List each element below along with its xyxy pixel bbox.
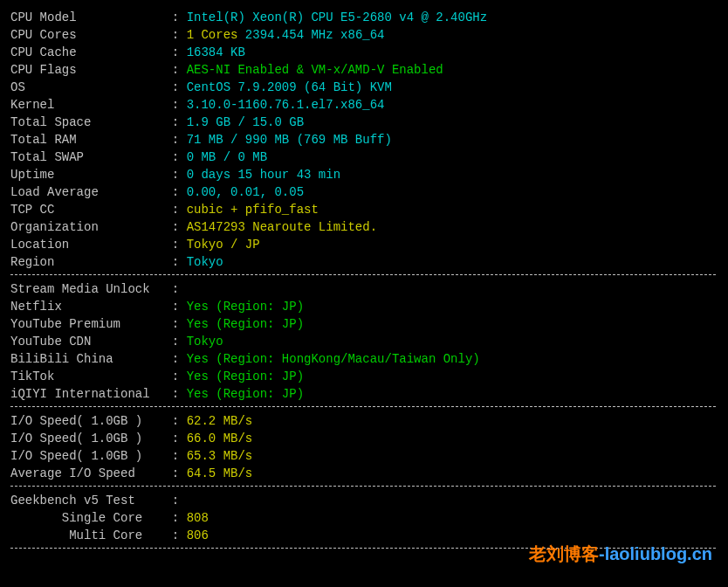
value: Tokyo / JP [187,238,260,252]
colon: : [157,414,187,428]
colon: : [157,80,187,94]
label: iQIYI International [10,387,157,401]
label: Multi Core [10,528,157,542]
label: CPU Flags [10,63,157,77]
watermark-zh: 老刘博客 [529,544,599,563]
row-io-3: I/O Speed( 1.0GB ) : 65.3 MB/s [10,447,718,465]
value: Yes (Region: JP) [187,300,304,314]
colon: : [157,466,187,480]
row-bilibili: BiliBili China : Yes (Region: HongKong/M… [10,350,718,368]
colon: : [157,115,187,129]
colon: : [157,10,187,24]
row-cpu-cache: CPU Cache : 16384 KB [10,44,718,61]
label: Organization [10,220,157,234]
label: CPU Cache [10,45,157,59]
label: TikTok [10,369,157,383]
row-iqiyi: iQIYI International : Yes (Region: JP) [10,385,718,403]
label: Geekbench v5 Test [10,494,157,508]
colon: : [157,150,187,164]
label: Single Core [10,511,157,525]
label: Location [10,238,157,252]
label: Stream Media Unlock [10,282,157,296]
value: Yes (Region: JP) [187,387,304,401]
value: Intel(R) Xeon(R) CPU E5-2680 v4 @ 2.40GH… [187,10,487,24]
label: I/O Speed( 1.0GB ) [10,414,157,428]
colon: : [157,300,187,314]
row-os: OS : CentOS 7.9.2009 (64 Bit) KVM [10,79,718,96]
value: 62.2 MB/s [187,414,253,428]
row-youtube-premium: YouTube Premium : Yes (Region: JP) [10,315,718,333]
value: AES-NI Enabled & VM-x/AMD-V Enabled [187,63,443,77]
row-netflix: Netflix : Yes (Region: JP) [10,298,718,315]
label: CPU Model [10,10,157,24]
colon: : [157,220,187,234]
row-geekbench-multi: Multi Core : 806 [10,527,718,544]
label: Total RAM [10,133,157,147]
value: CentOS 7.9.2009 (64 Bit) KVM [187,80,392,94]
row-cpu-flags: CPU Flags : AES-NI Enabled & VM-x/AMD-V … [10,61,718,79]
label: Average I/O Speed [10,466,157,480]
colon: : [157,185,187,199]
colon: : [157,45,187,59]
value: Yes (Region: JP) [187,369,304,383]
colon: : [157,98,187,112]
value: 16384 KB [187,45,245,59]
label: OS [10,80,157,94]
row-total-swap: Total SWAP : 0 MB / 0 MB [10,148,718,166]
value: 3.10.0-1160.76.1.el7.x86_64 [187,98,385,112]
colon: : [157,317,187,331]
label: Total Space [10,115,157,129]
row-organization: Organization : AS147293 Nearoute Limited… [10,218,718,236]
colon: : [157,494,187,508]
row-io-avg: Average I/O Speed : 64.5 MB/s [10,465,718,482]
label: YouTube CDN [10,335,157,349]
colon: : [157,203,187,217]
watermark-en: -laoliublog.cn [599,544,712,563]
colon: : [157,335,187,349]
row-kernel: Kernel : 3.10.0-1160.76.1.el7.x86_64 [10,96,718,114]
value: 1.9 GB / 15.0 GB [187,115,304,129]
row-region: Region : Tokyo [10,253,718,271]
label: Netflix [10,300,157,314]
colon: : [157,63,187,77]
row-geekbench-header: Geekbench v5 Test : [10,492,718,509]
colon: : [157,432,187,445]
row-youtube-cdn: YouTube CDN : Tokyo [10,333,718,350]
value: Tokyo [187,335,223,349]
value: 71 MB / 990 MB (769 MB Buff) [187,133,392,147]
value: Tokyo [187,255,223,269]
colon: : [157,238,187,252]
label: I/O Speed( 1.0GB ) [10,432,157,445]
colon: : [157,255,187,269]
value: 0 MB / 0 MB [187,150,267,164]
label: Uptime [10,168,157,182]
label: I/O Speed( 1.0GB ) [10,449,157,463]
label: YouTube Premium [10,317,157,331]
colon: : [157,28,187,42]
value: 0.00, 0.01, 0.05 [187,185,304,199]
label: BiliBili China [10,352,157,366]
colon: : [157,282,187,296]
value: Yes (Region: JP) [187,317,304,331]
value: AS147293 Nearoute Limited. [187,220,377,234]
label: CPU Cores [10,28,157,42]
label: Region [10,255,157,269]
row-geekbench-single: Single Core : 808 [10,509,718,527]
row-location: Location : Tokyo / JP [10,236,718,253]
row-tiktok: TikTok : Yes (Region: JP) [10,368,718,385]
row-stream-header: Stream Media Unlock : [10,280,718,298]
colon: : [157,387,187,401]
value: 65.3 MB/s [187,449,253,463]
colon: : [157,449,187,463]
value: 66.0 MB/s [187,432,253,445]
colon: : [157,168,187,182]
value: 0 days 15 hour 43 min [187,168,340,182]
divider [10,274,716,275]
row-total-ram: Total RAM : 71 MB / 990 MB (769 MB Buff) [10,131,718,148]
divider [10,486,716,487]
value: 808 [187,511,209,525]
row-io-1: I/O Speed( 1.0GB ) : 62.2 MB/s [10,412,718,430]
watermark: 老刘博客-laoliublog.cn [529,545,712,563]
label: Kernel [10,98,157,112]
value: Yes (Region: HongKong/Macau/Taiwan Only) [187,352,480,366]
